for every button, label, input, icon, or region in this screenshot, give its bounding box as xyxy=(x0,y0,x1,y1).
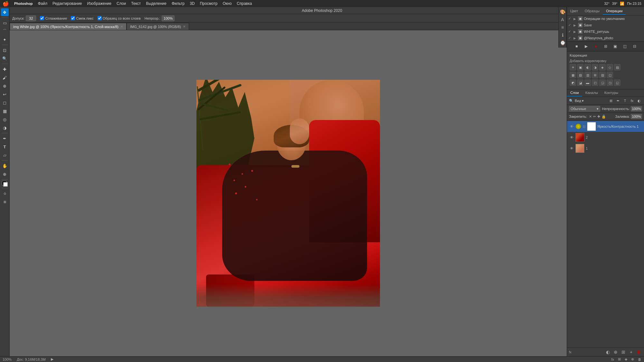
new-group-btn[interactable]: ⊞ xyxy=(620,349,627,355)
menu-select[interactable]: Выделение xyxy=(146,1,166,6)
contiguous-option[interactable]: Смеж.пикс xyxy=(71,16,93,20)
shape-tool[interactable]: ▱ xyxy=(1,151,9,159)
corr-11[interactable]: ◲ xyxy=(599,79,606,86)
smoothing-checkbox[interactable] xyxy=(40,16,44,20)
new-layer-btn[interactable]: + xyxy=(628,349,634,355)
menu-help[interactable]: Справка xyxy=(237,1,252,6)
corr-10[interactable]: ◰ xyxy=(592,79,598,86)
delete-layer-btn[interactable]: 🗑 xyxy=(636,349,642,355)
blend-mode-dropdown[interactable]: Обычные ▾ xyxy=(569,106,600,112)
lock-artboard-btn[interactable]: ✚ xyxy=(597,115,600,119)
contiguous-checkbox[interactable] xyxy=(71,16,75,20)
corr-levels[interactable]: ▣ xyxy=(577,64,583,70)
corr-bw[interactable]: ▦ xyxy=(570,72,576,78)
crop-tool[interactable]: ⊡ xyxy=(1,46,9,54)
heal-tool[interactable]: ✚ xyxy=(1,65,9,73)
corr-threshold[interactable]: ◫ xyxy=(607,72,613,78)
panel-icon-layers[interactable]: ≡ xyxy=(559,24,566,31)
magic-wand-tool[interactable]: ✦ xyxy=(1,36,9,43)
panel-icon-history[interactable]: ⌚ xyxy=(559,39,566,46)
add-mask-btn[interactable]: ◐ xyxy=(605,349,611,355)
panel-tab-color[interactable]: Цвет xyxy=(567,8,582,15)
menu-3d[interactable]: 3D xyxy=(190,1,194,6)
corr-photo-filter[interactable]: ▨ xyxy=(577,72,583,78)
corr-selective[interactable]: ◪ xyxy=(577,79,583,86)
tab-img-6142[interactable]: IMG_6142.jpg @ 100% (RGB/8) ✕ xyxy=(127,23,189,30)
layer-filter-pen[interactable]: ✒ xyxy=(615,98,621,104)
corr-color-balance[interactable]: ▤ xyxy=(614,64,620,70)
layer-item-adjustment[interactable]: 👁 ⛓ Яркость/Контрастность 1 xyxy=(567,121,644,132)
corr-9[interactable]: ▬ xyxy=(584,79,591,86)
layer-vis-1[interactable]: 👁 xyxy=(569,124,574,129)
layer-filter-effect[interactable]: fx xyxy=(629,98,635,104)
panel-icon-5[interactable]: ▣ xyxy=(612,43,619,50)
opacity-input[interactable] xyxy=(162,15,175,21)
blur-tool[interactable]: ◎ xyxy=(1,116,9,123)
brush-tool[interactable]: 🖌 xyxy=(1,74,9,81)
background-color[interactable] xyxy=(3,182,8,187)
layer-filter-dropdown[interactable]: Вид ▾ xyxy=(575,99,584,103)
corr-13[interactable]: ◱ xyxy=(614,79,620,86)
corr-gradient-map[interactable]: ◩ xyxy=(570,79,576,86)
tolerance-input[interactable] xyxy=(26,15,36,21)
panel-tab-samples[interactable]: Образцы xyxy=(582,8,603,15)
eraser-tool[interactable]: ◻ xyxy=(1,99,9,107)
screen-mode-tool[interactable]: ⊞ xyxy=(1,198,9,206)
text-tool[interactable]: T xyxy=(1,143,9,151)
layers-tab-paths[interactable]: Контуры xyxy=(601,89,621,97)
status-icon-4[interactable]: ⊕ xyxy=(631,357,634,361)
apple-menu[interactable]: 🍎 xyxy=(3,1,9,7)
opacity-value-input[interactable] xyxy=(631,106,642,111)
stop-btn[interactable]: ■ xyxy=(573,43,580,50)
zoom-tool[interactable]: ⊕ xyxy=(1,170,9,178)
status-icon-1[interactable]: fx xyxy=(611,357,614,361)
corr-posterize[interactable]: ▧ xyxy=(599,72,606,78)
panel-icon-color[interactable]: 🎨 xyxy=(559,8,566,15)
move-tool[interactable]: ✥ xyxy=(1,8,9,16)
sample-all-option[interactable]: Образец со всех слоев xyxy=(98,16,141,20)
history-brush-tool[interactable]: ↩ xyxy=(1,90,9,98)
color-swatch[interactable] xyxy=(2,181,8,187)
layer-item-3[interactable]: 👁 1 xyxy=(567,143,644,154)
sample-all-checkbox[interactable] xyxy=(98,16,102,20)
layers-tab-layers[interactable]: Слои xyxy=(567,89,582,97)
corr-exposure[interactable]: ◑ xyxy=(592,64,598,70)
gradient-tool[interactable]: ▦ xyxy=(1,107,9,115)
menu-image[interactable]: Изображение xyxy=(87,1,111,6)
layer-filter-mask[interactable]: ◐ xyxy=(636,98,642,104)
ops-row-white[interactable]: ✓ ▶ ▣ WHITE_ретушь xyxy=(567,28,644,35)
corr-brightness[interactable]: ☀ xyxy=(570,64,576,70)
layer-filter-kind[interactable]: ⊞ xyxy=(608,98,614,104)
panel-icon-info[interactable]: ℹ xyxy=(559,32,566,39)
layers-tab-channels[interactable]: Каналы xyxy=(582,89,601,97)
status-icon-2[interactable]: ⊞ xyxy=(618,357,621,361)
lasso-tool[interactable]: ⌒ xyxy=(1,27,9,35)
panel-tab-operations[interactable]: Операции xyxy=(603,8,626,15)
menu-filter[interactable]: Фильтр xyxy=(172,1,185,6)
tab-close-1[interactable]: ✕ xyxy=(120,25,123,28)
corr-12[interactable]: ◳ xyxy=(607,79,613,86)
corr-invert[interactable]: ⊞ xyxy=(592,72,598,78)
panel-icon-4[interactable]: ⊞ xyxy=(602,43,609,50)
ops-row-default[interactable]: ✓ ▶ ▣ Операции по умолчанию xyxy=(567,15,644,22)
menu-window[interactable]: Окно xyxy=(223,1,232,6)
layer-filter-type[interactable]: T xyxy=(622,98,628,104)
menu-edit[interactable]: Редактирование xyxy=(52,1,82,6)
dodge-tool[interactable]: ◑ xyxy=(1,124,9,132)
tab-img-white[interactable]: img White.jpg @ 100% (Яркость/Контрастно… xyxy=(10,23,127,30)
menu-view[interactable]: Просмотр xyxy=(200,1,218,6)
quick-mask-tool[interactable]: ⊙ xyxy=(1,190,9,197)
corr-vibrance[interactable]: ◈ xyxy=(599,64,606,70)
panel-icon-6[interactable]: ◫ xyxy=(621,43,629,50)
layer-vis-3[interactable]: 👁 xyxy=(569,146,574,151)
smoothing-option[interactable]: Сглаживание xyxy=(40,16,67,20)
play-btn[interactable]: ▶ xyxy=(583,43,590,50)
ops-row-save[interactable]: ✓ ▶ ▣ Save xyxy=(567,22,644,28)
rect-select-tool[interactable]: ▭ xyxy=(1,19,9,27)
app-name[interactable]: Photoshop xyxy=(14,2,33,5)
correction-btn[interactable]: ⊕ xyxy=(612,349,619,355)
menu-file[interactable]: Файл xyxy=(38,1,47,6)
lock-position-btn[interactable]: ✏ xyxy=(593,115,596,119)
eyedropper-tool[interactable]: 🔍 xyxy=(1,55,9,62)
ops-row-nasyrova[interactable]: ✓ ▶ ▣ @Nasyrova_photo xyxy=(567,35,644,41)
